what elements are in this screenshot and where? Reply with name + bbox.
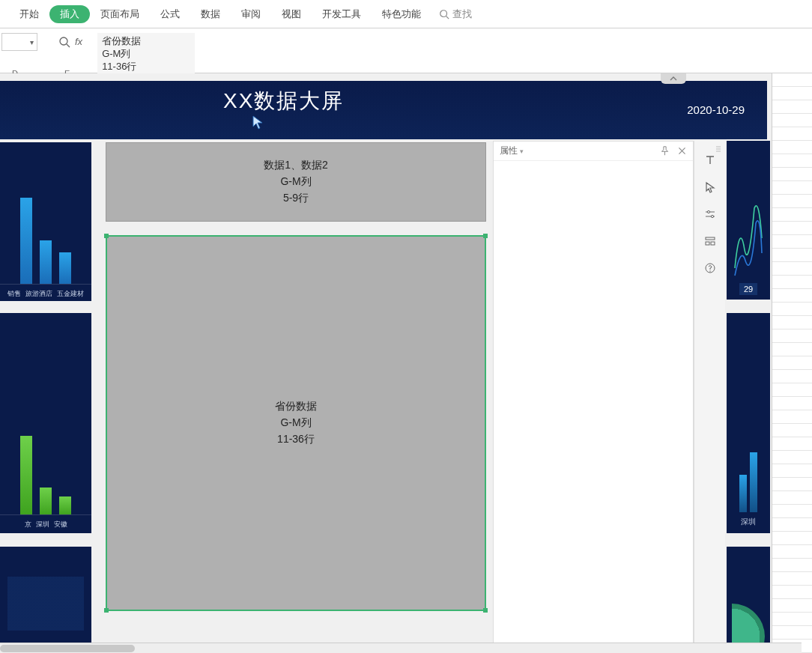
mini-bar-chart-1 xyxy=(0,187,91,285)
chart-label: 深圳 xyxy=(741,517,756,527)
right-chart-panel-3: 女 xyxy=(727,547,770,653)
bar-label: 销售 xyxy=(7,289,21,299)
ribbon-tab-developer[interactable]: 开发工具 xyxy=(312,3,372,25)
bar xyxy=(20,436,32,514)
selection-handle[interactable] xyxy=(483,234,488,238)
pin-icon[interactable] xyxy=(660,146,670,156)
placeholder-text: 数据1、数据2 xyxy=(264,159,328,172)
search-icon xyxy=(439,9,449,19)
close-icon[interactable] xyxy=(677,146,687,156)
ribbon-tab-formula[interactable]: 公式 xyxy=(150,3,190,25)
left-chart-panel-3 xyxy=(0,547,91,653)
placeholder-top[interactable]: 数据1、数据2 G-M列 5-9行 xyxy=(106,142,486,222)
properties-panel: 属性 ▾ xyxy=(493,141,694,653)
sliders-icon xyxy=(704,208,716,220)
svg-rect-13 xyxy=(711,242,715,245)
worksheet-grid[interactable]: XX数据大屏 2020-10-29 销售 旅游酒店 五金建材 京 深圳 安徽 xyxy=(0,73,812,653)
bar-label: 安徽 xyxy=(54,520,67,529)
mini-bar-chart-2 xyxy=(0,418,91,515)
placeholder-text: 5-9行 xyxy=(283,192,309,205)
right-chart-panel-2: 深圳 xyxy=(727,313,770,533)
layout-tool[interactable] xyxy=(694,228,726,255)
svg-rect-11 xyxy=(706,237,715,240)
settings-tool[interactable] xyxy=(694,201,726,228)
svg-point-10 xyxy=(711,215,713,217)
bar xyxy=(40,240,52,284)
bar xyxy=(40,488,52,514)
bar xyxy=(739,475,747,512)
left-chart-panel-2: 京 深圳 安徽 xyxy=(0,313,91,533)
pointer-icon xyxy=(704,181,716,193)
fx-label[interactable]: fx xyxy=(75,36,82,47)
ribbon: 开始 插入 页面布局 公式 数据 审阅 视图 开发工具 特色功能 查找 xyxy=(0,0,812,28)
ribbon-tab-special[interactable]: 特色功能 xyxy=(372,3,431,25)
dashboard-title: XX数据大屏 xyxy=(223,87,344,115)
selection-handle[interactable] xyxy=(104,234,109,238)
layout-icon xyxy=(704,235,716,247)
right-chart-panel-1: 29 xyxy=(727,141,770,300)
properties-title-text: 属性 xyxy=(500,145,518,157)
formula-line-3: 11-36行 xyxy=(102,60,190,73)
bar xyxy=(20,198,32,284)
ribbon-tab-data[interactable]: 数据 xyxy=(190,3,231,25)
chevron-up-icon xyxy=(670,76,677,81)
placeholder-text: G-M列 xyxy=(280,416,311,430)
properties-title[interactable]: 属性 ▾ xyxy=(500,145,524,157)
scrollbar-thumb[interactable] xyxy=(0,645,135,652)
magnifier-icon[interactable] xyxy=(58,36,70,48)
horizontal-scrollbar[interactable] xyxy=(0,643,802,653)
ribbon-tab-insert[interactable]: 插入 xyxy=(49,5,90,23)
placeholder-main-selected[interactable]: 省份数据 G-M列 11-36行 xyxy=(106,235,486,611)
selection-handle[interactable] xyxy=(483,608,488,613)
svg-point-15 xyxy=(709,270,710,271)
line-chart-icon xyxy=(733,193,763,283)
bar-label: 京 xyxy=(25,520,31,529)
select-tool[interactable] xyxy=(694,174,726,201)
mini-bar-chart-right xyxy=(739,445,757,512)
bar-label: 旅游酒店 xyxy=(25,289,52,299)
text-icon xyxy=(704,154,716,166)
formula-bar-row: ▾ fx 省份数据 G-M列 11-36行 xyxy=(0,28,812,73)
name-box[interactable]: ▾ xyxy=(1,33,37,51)
ribbon-tab-page-layout[interactable]: 页面布局 xyxy=(90,3,150,25)
search-label: 查找 xyxy=(452,7,472,21)
bar-label: 深圳 xyxy=(36,520,49,529)
bar xyxy=(59,496,71,514)
left-chart-panel-1: 销售 旅游酒店 五金建材 xyxy=(0,142,91,301)
ribbon-tab-review[interactable]: 审阅 xyxy=(231,3,271,25)
selection-handle[interactable] xyxy=(104,608,109,613)
help-icon xyxy=(704,262,716,274)
placeholder-text: 省份数据 xyxy=(275,400,317,413)
dashboard-header: XX数据大屏 2020-10-29 xyxy=(0,81,767,139)
formula-line-2: G-M列 xyxy=(102,47,190,60)
svg-point-8 xyxy=(707,210,709,213)
search-box[interactable]: 查找 xyxy=(439,7,472,21)
side-toolbar: ••• xyxy=(694,141,725,653)
formula-content[interactable]: 省份数据 G-M列 11-36行 xyxy=(97,33,195,74)
value-badge: 29 xyxy=(739,283,757,295)
svg-line-3 xyxy=(67,44,70,47)
collapse-ribbon-tab[interactable] xyxy=(661,73,686,84)
cursor-icon xyxy=(252,115,264,130)
bar xyxy=(59,252,71,284)
placeholder-text: 11-36行 xyxy=(277,433,315,446)
dashboard-date: 2020-10-29 xyxy=(687,103,745,116)
svg-point-2 xyxy=(60,37,67,45)
placeholder-text: G-M列 xyxy=(280,175,311,189)
chevron-down-icon: ▾ xyxy=(30,38,34,46)
bar-label: 五金建材 xyxy=(57,289,84,299)
help-tool[interactable] xyxy=(694,255,726,282)
svg-line-1 xyxy=(446,16,449,19)
ribbon-tab-view[interactable]: 视图 xyxy=(271,3,312,25)
svg-point-0 xyxy=(440,10,447,16)
formula-line-1: 省份数据 xyxy=(102,34,190,47)
ribbon-tab-start[interactable]: 开始 xyxy=(9,3,49,25)
bar xyxy=(750,452,757,512)
drag-handle-icon[interactable] xyxy=(715,145,722,154)
chevron-down-icon: ▾ xyxy=(520,148,524,155)
svg-rect-12 xyxy=(706,242,709,245)
grid-rows-right xyxy=(772,73,812,653)
